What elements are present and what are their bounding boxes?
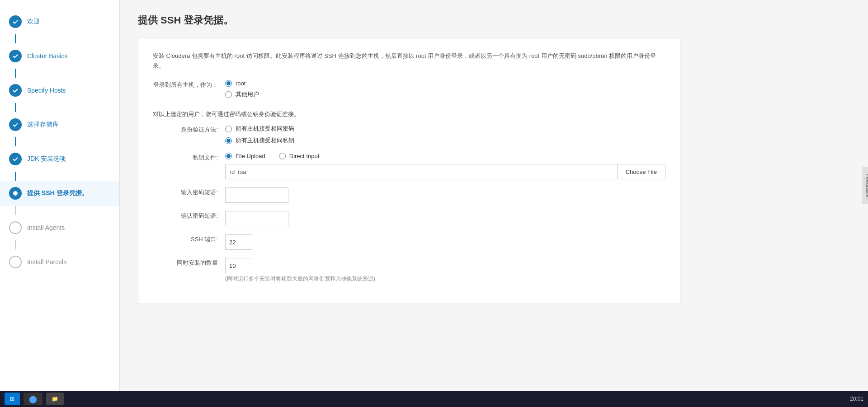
ssh-port-control [225, 234, 665, 250]
radio-other-label: 其他用户 [236, 90, 259, 98]
sidebar-label-install-agents: Install Agents [27, 224, 65, 231]
step-icon-welcome [9, 15, 22, 28]
connector-6 [15, 206, 16, 215]
taskbar-clock: 20:01 [850, 396, 863, 402]
parallel-installs-label: 同时安装的数量 [153, 258, 225, 267]
radio-fileupload[interactable] [225, 153, 232, 159]
key-type-fileupload[interactable]: File Upload [225, 153, 265, 159]
file-upload-row: id_rsa Choose File [225, 164, 665, 179]
auth-option-privatekey[interactable]: 所有主机接受相同私钥 [225, 136, 665, 145]
connector-5 [15, 172, 16, 181]
step-icon-cluster-basics [9, 50, 22, 62]
sidebar-label-jdk-options: JDK 安装选项 [27, 155, 66, 163]
parallel-installs-control: (同时运行多个安装时将耗费大量的网络带宽和其他他系统资源) [225, 258, 665, 283]
sidebar-item-welcome[interactable]: 欢迎 [0, 9, 119, 34]
auth-method-options: 所有主机接受相同密码 所有主机接受相同私钥 [225, 125, 665, 145]
confirm-passphrase-input[interactable] [225, 211, 288, 226]
form-card: 安装 Cloudera 包需要有主机的 root 访问权限。此安装程序将通过 S… [138, 38, 680, 304]
info-text: 安装 Cloudera 包需要有主机的 root 访问权限。此安装程序将通过 S… [153, 51, 665, 71]
sidebar-item-cluster-basics[interactable]: Cluster Basics [0, 43, 119, 69]
auth-method-label: 身份验证方法: [153, 125, 225, 134]
radio-directinput-label: Direct Input [289, 153, 319, 159]
passphrase-label: 输入密码短语: [153, 187, 225, 196]
radio-privatekey[interactable] [225, 137, 232, 144]
sidebar-label-specify-hosts: Specify Hosts [27, 87, 66, 94]
sidebar-label-install-parcels: Install Parcels [27, 258, 66, 266]
private-key-control: File Upload Direct Input id_rsa Choose F… [225, 153, 665, 179]
parallel-hint: (同时运行多个安装时将耗费大量的网络带宽和其他他系统资源) [225, 275, 665, 283]
radio-privatekey-label: 所有主机接受相同私钥 [236, 136, 294, 145]
taskbar-files[interactable]: 📁 [46, 393, 64, 405]
sidebar: 欢迎 Cluster Basics Specify Hosts 选择存储库 [0, 0, 120, 407]
radio-password[interactable] [225, 126, 232, 132]
ssh-port-label: SSH 端口: [153, 234, 225, 243]
step-icon-install-agents [9, 221, 22, 234]
sidebar-item-select-repo[interactable]: 选择存储库 [0, 112, 119, 137]
step-icon-select-repo [9, 118, 22, 131]
taskbar: ⊞ ⬤ 📁 20:01 [0, 391, 868, 407]
radio-other[interactable] [225, 91, 232, 98]
radio-password-label: 所有主机接受相同密码 [236, 125, 294, 133]
main-content: 提供 SSH 登录凭据。 安装 Cloudera 包需要有主机的 root 访问… [120, 0, 868, 407]
login-row: 登录到所有主机，作为： root 其他用户 [153, 80, 665, 98]
connector-7 [15, 240, 16, 249]
feedback-tab[interactable]: Feedback [862, 167, 868, 204]
step-icon-specify-hosts [9, 84, 22, 97]
radio-root[interactable] [225, 80, 232, 87]
key-type-group: File Upload Direct Input [225, 153, 665, 159]
auth-method-row: 身份验证方法: 所有主机接受相同密码 所有主机接受相同私钥 [153, 125, 665, 145]
step-icon-ssh-credentials [9, 187, 22, 200]
sidebar-label-welcome: 欢迎 [27, 18, 40, 26]
connector-2 [15, 69, 16, 78]
login-label: 登录到所有主机，作为： [153, 80, 225, 89]
private-key-label: 私钥文件: [153, 153, 225, 162]
confirm-passphrase-label: 确认密码短语: [153, 211, 225, 220]
ssh-port-row: SSH 端口: [153, 234, 665, 250]
step-icon-jdk-options [9, 153, 22, 165]
auth-option-password[interactable]: 所有主机接受相同密码 [225, 125, 665, 133]
connector-3 [15, 103, 16, 112]
auth-radio-group: 所有主机接受相同密码 所有主机接受相同私钥 [225, 125, 665, 145]
parallel-installs-row: 同时安装的数量 (同时运行多个安装时将耗费大量的网络带宽和其他他系统资源) [153, 258, 665, 283]
confirm-passphrase-control [225, 211, 665, 226]
login-radio-group: root 其他用户 [225, 80, 665, 98]
passphrase-row: 输入密码短语: [153, 187, 665, 203]
taskbar-start[interactable]: ⊞ [5, 393, 20, 405]
sidebar-item-install-agents[interactable]: Install Agents [0, 215, 119, 240]
login-option-root[interactable]: root [225, 80, 665, 87]
radio-directinput[interactable] [279, 153, 286, 159]
parallel-installs-input[interactable] [225, 258, 252, 273]
auth-desc: 对以上选定的用户，您可通过密码或公钥身份验证连接。 [153, 107, 665, 125]
radio-fileupload-label: File Upload [236, 153, 265, 159]
login-options: root 其他用户 [225, 80, 665, 98]
radio-root-label: root [236, 80, 245, 87]
sidebar-item-ssh-credentials[interactable]: 提供 SSH 登录凭据。 [0, 181, 119, 206]
connector-1 [15, 34, 16, 43]
passphrase-input[interactable] [225, 187, 288, 203]
connector-4 [15, 137, 16, 146]
sidebar-item-specify-hosts[interactable]: Specify Hosts [0, 78, 119, 103]
choose-file-button[interactable]: Choose File [617, 164, 665, 179]
sidebar-item-jdk-options[interactable]: JDK 安装选项 [0, 146, 119, 172]
key-type-directinput[interactable]: Direct Input [279, 153, 319, 159]
taskbar-chrome[interactable]: ⬤ [24, 393, 42, 405]
sidebar-label-ssh-credentials: 提供 SSH 登录凭据。 [27, 189, 88, 197]
ssh-port-input[interactable] [225, 234, 252, 250]
sidebar-label-cluster-basics: Cluster Basics [27, 52, 67, 60]
confirm-passphrase-row: 确认密码短语: [153, 211, 665, 226]
page-title: 提供 SSH 登录凭据。 [138, 14, 850, 27]
private-key-row: 私钥文件: File Upload Direct Input [153, 153, 665, 179]
sidebar-label-select-repo: 选择存储库 [27, 121, 59, 129]
step-icon-install-parcels [9, 256, 22, 268]
file-input-display: id_rsa [225, 164, 617, 179]
login-option-other[interactable]: 其他用户 [225, 90, 665, 98]
passphrase-control [225, 187, 665, 203]
sidebar-item-install-parcels[interactable]: Install Parcels [0, 249, 119, 275]
